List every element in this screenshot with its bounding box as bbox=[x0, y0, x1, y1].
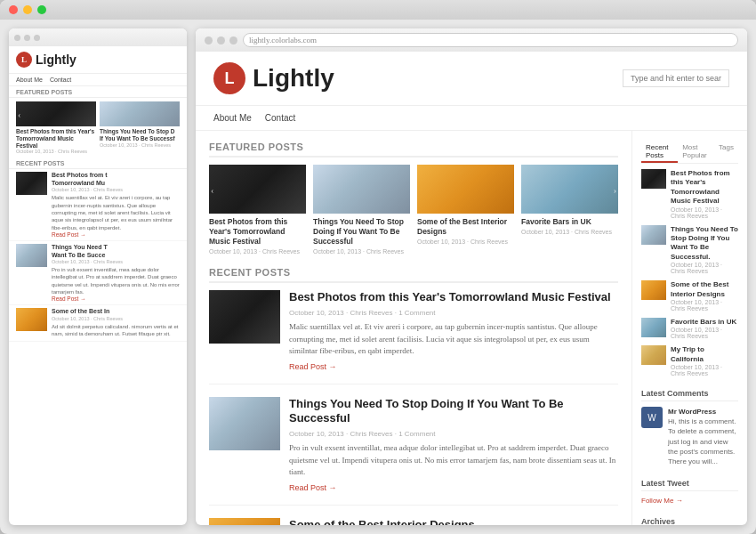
site-content: Featured Posts ‹ Best Photos from this Y… bbox=[196, 131, 631, 525]
small-feat-caption-1: Best Photos from this Year's Tomorrowlan… bbox=[16, 128, 96, 149]
tab-recent-posts[interactable]: Recent Posts bbox=[641, 142, 678, 163]
featured-arrow-left[interactable]: ‹ bbox=[211, 184, 213, 194]
recent-post-title-1[interactable]: Best Photos from this Year's Tomorrowlan… bbox=[289, 290, 618, 305]
site-title: Lightly bbox=[253, 64, 334, 93]
mac-titlebar bbox=[0, 0, 756, 20]
featured-caption-1: Best Photos from this Year's Tomorrowlan… bbox=[209, 217, 306, 247]
small-site-title: Lightly bbox=[36, 53, 76, 67]
small-recent-img-1 bbox=[16, 172, 47, 195]
url-bar[interactable]: lightly.colorlabs.com bbox=[243, 33, 738, 47]
nav-about[interactable]: About Me bbox=[213, 110, 252, 125]
sidebar-post-2: Things You Need To Stop Doing If You Wan… bbox=[641, 225, 738, 275]
comment-avatar-letter: W bbox=[647, 413, 655, 423]
site-sidebar: Recent Posts Most Popular Tags Best Phot… bbox=[631, 131, 747, 525]
maximize-button[interactable] bbox=[37, 5, 46, 14]
small-browser-controls bbox=[14, 35, 40, 41]
small-browser-window: L Lightly About Me Contact Featured Post… bbox=[9, 28, 187, 525]
small-recent-body-3: Some of the Best In October 10, 2013 · C… bbox=[52, 308, 180, 337]
sidebar-post-meta-1: October 10, 2013 · Chris Reeves bbox=[671, 206, 738, 219]
minimize-button[interactable] bbox=[23, 5, 32, 14]
small-featured-post-2: Things You Need To Stop D If You Want To… bbox=[100, 101, 180, 154]
sidebar-post-info-5: My Trip to California October 10, 2013 ·… bbox=[671, 345, 738, 376]
recent-post-1: Best Photos from this Year's Tomorrowlan… bbox=[209, 290, 618, 384]
recent-section-title: Recent Posts bbox=[209, 267, 618, 283]
site-nav: About Me Contact bbox=[196, 106, 747, 131]
small-recent-post-1: Best Photos from tTomorrowland Mu Octobe… bbox=[9, 169, 187, 241]
sidebar-thumb-5 bbox=[641, 345, 666, 365]
recent-post-excerpt-2: Pro in vult exsent inventillat, mea adqu… bbox=[289, 442, 618, 479]
search-input[interactable] bbox=[623, 69, 729, 87]
sidebar-post-title-4[interactable]: Favorite Bars in UK bbox=[671, 318, 738, 327]
sidebar-post-meta-2: October 10, 2013 · Chris Reeves bbox=[671, 262, 738, 274]
small-recent-excerpt-1: Malic suentillax vel at. Et viv areri i … bbox=[52, 194, 180, 231]
small-feat-meta-1: October 10, 2013 · Chris Reeves bbox=[16, 149, 96, 154]
recent-post-img-3 bbox=[209, 518, 280, 525]
small-recent-title-2: Things You Need TWant To Be Succe bbox=[52, 244, 180, 259]
latest-comments-widget: Latest Comments W Mr WordPress Hi, this … bbox=[641, 389, 738, 466]
small-recent-title: Recent Posts bbox=[9, 158, 187, 169]
mac-window-controls bbox=[9, 5, 46, 14]
small-feat-meta-2: October 10, 2013 · Chris Reeves bbox=[100, 142, 180, 148]
featured-left-arrow[interactable]: ‹ bbox=[18, 109, 20, 119]
featured-img-2 bbox=[313, 165, 410, 214]
archives-widget: Archives bbox=[641, 517, 738, 525]
recent-post-body-2: Things You Need To Stop Doing If You Wan… bbox=[289, 397, 618, 492]
nav-contact[interactable]: Contact bbox=[265, 110, 295, 125]
featured-img-4: › bbox=[521, 165, 618, 214]
mac-content-area: L Lightly About Me Contact Featured Post… bbox=[0, 20, 756, 534]
sidebar-post-title-5[interactable]: My Trip to California bbox=[671, 345, 738, 364]
sidebar-thumb-3 bbox=[641, 280, 666, 300]
comment-text-1: Mr WordPress Hi, this is a comment. To d… bbox=[668, 407, 738, 466]
featured-section-title: Featured Posts bbox=[209, 142, 618, 158]
large-max-dot bbox=[229, 36, 237, 44]
small-nav-contact[interactable]: Contact bbox=[50, 77, 71, 83]
small-recent-img-3 bbox=[16, 308, 47, 331]
small-close-dot bbox=[14, 35, 20, 41]
tab-popular[interactable]: Most Popular bbox=[678, 142, 714, 163]
small-nav-about[interactable]: About Me bbox=[16, 77, 43, 83]
sidebar-post-info-3: Some of the Best Interior Designs Octobe… bbox=[671, 280, 738, 312]
site-header: L Lightly bbox=[196, 52, 747, 106]
mac-window: L Lightly About Me Contact Featured Post… bbox=[0, 0, 756, 534]
tab-tags[interactable]: Tags bbox=[714, 142, 738, 163]
read-more-1[interactable]: Read Post → bbox=[289, 362, 618, 371]
sidebar-post-info-4: Favorite Bars in UK October 10, 2013 · C… bbox=[671, 318, 738, 339]
small-recent-excerpt-2: Pro in vult exsent inventillat, mea adqu… bbox=[52, 266, 180, 296]
sidebar-post-title-1[interactable]: Best Photos from this Year's Tomorrowlan… bbox=[671, 169, 738, 206]
comment-author-1: Mr WordPress bbox=[668, 408, 716, 416]
latest-tweet-widget: Latest Tweet Follow Me → bbox=[641, 479, 738, 505]
small-recent-meta-1: October 10, 2013 · Chris Reeves bbox=[52, 187, 180, 192]
featured-caption-3: Some of the Best Interior Designs bbox=[417, 217, 514, 237]
read-more-2[interactable]: Read Post → bbox=[289, 483, 618, 492]
featured-grid: ‹ Best Photos from this Year's Tomorrowl… bbox=[209, 165, 618, 255]
small-site-header: L Lightly bbox=[9, 46, 187, 74]
sidebar-post-title-2[interactable]: Things You Need To Stop Doing If You Wan… bbox=[671, 225, 738, 263]
archives-title: Archives bbox=[641, 517, 738, 525]
sidebar-post-meta-5: October 10, 2013 · Chris Reeves bbox=[671, 364, 738, 376]
small-read-more-1[interactable]: Read Post → bbox=[52, 231, 180, 238]
recent-post-title-3[interactable]: Some of the Best Interior Designs bbox=[289, 518, 618, 525]
sidebar-post-title-3[interactable]: Some of the Best Interior Designs bbox=[671, 280, 738, 299]
small-recent-excerpt-3: Ad sit dolmit perpetuo caliculand. nimor… bbox=[52, 323, 180, 338]
small-featured-img-2 bbox=[100, 101, 180, 126]
recent-post-body-1: Best Photos from this Year's Tomorrowlan… bbox=[289, 290, 618, 370]
follow-me-link[interactable]: Follow Me → bbox=[641, 497, 738, 505]
sidebar-post-info-2: Things You Need To Stop Doing If You Wan… bbox=[671, 225, 738, 275]
sidebar-post-4: Favorite Bars in UK October 10, 2013 · C… bbox=[641, 318, 738, 339]
large-browser-window: lightly.colorlabs.com L Lightly Abou bbox=[196, 28, 747, 525]
recent-post-title-2[interactable]: Things You Need To Stop Doing If You Wan… bbox=[289, 397, 618, 427]
recent-post-excerpt-1: Malic suentillax vel at. Et viv areri i … bbox=[289, 321, 618, 358]
large-browser-controls bbox=[205, 36, 237, 44]
small-featured-title: Featured Posts bbox=[9, 86, 187, 98]
small-featured-post-1: ‹ Best Photos from this Year's Tomorrowl… bbox=[16, 101, 96, 154]
featured-arrow-right[interactable]: › bbox=[614, 184, 616, 194]
sidebar-post-1: Best Photos from this Year's Tomorrowlan… bbox=[641, 169, 738, 219]
small-recent-body-1: Best Photos from tTomorrowland Mu Octobe… bbox=[52, 172, 180, 238]
small-read-more-2[interactable]: Read Post → bbox=[52, 295, 180, 302]
recent-post-body-3: Some of the Best Interior Designs Octobe… bbox=[289, 518, 618, 525]
comment-body-1: Mr WordPress Hi, this is a comment. To d… bbox=[668, 407, 738, 466]
small-recent-img-2 bbox=[16, 244, 47, 267]
recent-post-3: Some of the Best Interior Designs Octobe… bbox=[209, 518, 618, 525]
featured-caption-4: Favorite Bars in UK bbox=[521, 217, 618, 227]
close-button[interactable] bbox=[9, 5, 18, 14]
